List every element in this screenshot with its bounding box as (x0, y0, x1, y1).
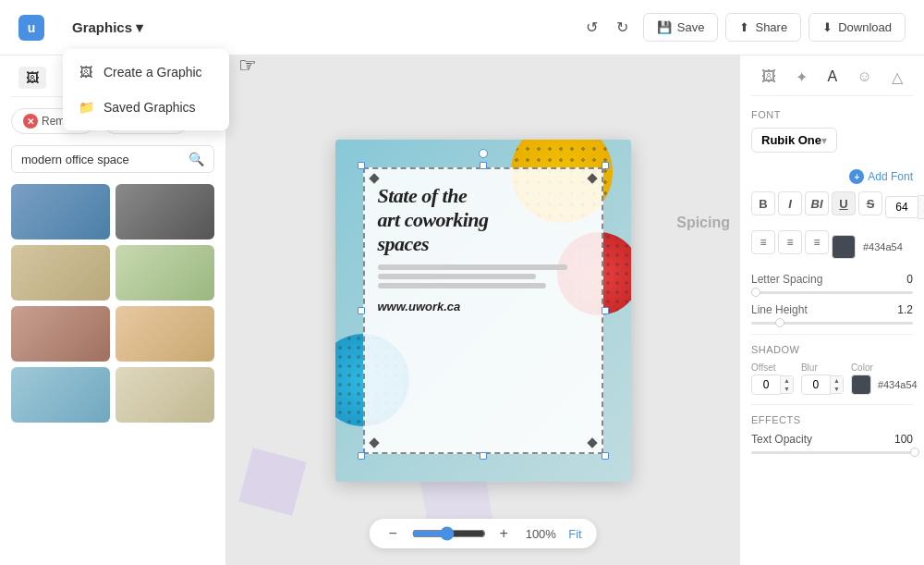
shadow-offset-up[interactable]: ▲ (781, 376, 793, 385)
align-right-button[interactable]: ≡ (805, 230, 829, 254)
zoom-percent: 100% (522, 527, 559, 541)
redo-button[interactable]: ↻ (609, 13, 636, 42)
shadow-blur-up[interactable]: ▲ (831, 376, 843, 385)
canvas-inner-box[interactable]: State of the art coworking spaces www.uw… (363, 167, 603, 454)
canvas-area: Spicing State of t (226, 55, 739, 565)
font-name: Rubik One (761, 133, 821, 147)
save-button[interactable]: 💾 Save (643, 13, 719, 42)
download-icon: ⬇ (822, 20, 833, 34)
add-font-button[interactable]: + Add Font (849, 169, 913, 184)
font-size-down[interactable]: ▼ (918, 207, 924, 218)
text-opacity-row: Text Opacity 100 (751, 433, 913, 446)
line-height-slider[interactable] (751, 322, 913, 325)
shadow-offset-down[interactable]: ▼ (781, 385, 793, 393)
list-item[interactable] (11, 367, 110, 423)
shadow-color-hex: #434a54 (878, 379, 918, 390)
right-panel-tabs: 🖼 ✦ A ☺ △ (751, 67, 913, 96)
create-graphic-item[interactable]: 🖼 Create a Graphic (63, 55, 229, 90)
letter-spacing-label: Letter Spacing (751, 273, 822, 286)
rp-tab-image[interactable]: 🖼 (756, 67, 782, 88)
text-color-swatch[interactable] (832, 235, 856, 259)
font-top-row: Rubik One ▾ (751, 128, 913, 162)
tab-image[interactable]: 🖼 (18, 67, 46, 89)
undo-button[interactable]: ↺ (578, 13, 605, 42)
list-item[interactable] (11, 245, 110, 301)
bold-italic-button[interactable]: BI (805, 191, 829, 215)
shadow-color-field: Color #434a54 (851, 362, 918, 395)
font-chevron-icon: ▾ (821, 134, 827, 147)
logo-icon: u (18, 15, 44, 41)
graphic-canvas[interactable]: State of the art coworking spaces www.uw… (335, 140, 631, 482)
divider-1 (751, 334, 913, 335)
font-size-field[interactable] (885, 196, 918, 218)
shadow-offset-value[interactable] (751, 375, 781, 395)
shadow-blur-field: Blur ▲ ▼ (801, 362, 844, 395)
text-opacity-slider[interactable] (751, 451, 913, 454)
italic-button[interactable]: I (778, 191, 802, 215)
letter-spacing-thumb (751, 288, 760, 297)
image-grid (11, 184, 214, 423)
graphics-menu-button[interactable]: Graphics ▾ (63, 14, 152, 42)
zoom-fit-button[interactable]: Fit (568, 527, 581, 541)
save-icon: 💾 (657, 20, 672, 34)
logo: u (18, 15, 44, 41)
topbar: u Graphics ▾ 🖼 Create a Graphic 📁 Saved … (0, 0, 924, 55)
shadow-blur-down[interactable]: ▼ (831, 385, 843, 393)
graphics-menu-wrapper: Graphics ▾ 🖼 Create a Graphic 📁 Saved Gr… (63, 14, 152, 42)
underline-button[interactable]: U (832, 191, 856, 215)
text-opacity-thumb (910, 448, 919, 457)
rp-tab-emoji[interactable]: ☺ (852, 67, 878, 88)
share-button[interactable]: ⬆ Share (725, 13, 801, 42)
corner-diamond-bl (369, 437, 379, 448)
canvas-line-1 (378, 264, 567, 270)
search-input[interactable] (21, 153, 188, 166)
align-buttons: ≡ ≡ ≡ (751, 230, 829, 254)
shadow-blur-value[interactable] (801, 375, 831, 395)
zoom-in-button[interactable]: + (494, 524, 513, 543)
download-button[interactable]: ⬇ Download (808, 13, 906, 42)
bg-decor-rect-bl (238, 448, 306, 515)
canvas-line-2 (378, 274, 536, 279)
canvas-line-3 (378, 283, 546, 289)
undo-redo-group: ↺ ↻ (578, 13, 636, 42)
line-height-value: 1.2 (897, 303, 913, 316)
bold-button[interactable]: B (751, 191, 775, 215)
section-shadow-label: Shadow (751, 344, 913, 355)
corner-diamond-tr (587, 173, 597, 183)
zoom-slider[interactable] (411, 526, 485, 541)
list-item[interactable] (11, 306, 110, 362)
list-item[interactable] (116, 306, 214, 362)
strikethrough-button[interactable]: S (858, 191, 882, 215)
align-center-button[interactable]: ≡ (778, 230, 802, 254)
letter-spacing-value: 0 (906, 273, 913, 286)
font-size-arrows: ▲ ▼ (918, 195, 924, 219)
text-opacity-value: 100 (894, 433, 913, 446)
line-height-label: Line Height (751, 303, 808, 316)
zoom-bar: − + 100% Fit (369, 519, 596, 548)
align-left-button[interactable]: ≡ (751, 230, 775, 254)
shadow-blur-label: Blur (801, 362, 844, 373)
line-height-row: Line Height 1.2 (751, 303, 913, 316)
rp-tab-star[interactable]: ✦ (790, 67, 813, 88)
list-item[interactable] (116, 245, 214, 301)
saved-graphics-item[interactable]: 📁 Saved Graphics (63, 90, 229, 125)
rp-tab-text[interactable]: A (821, 67, 843, 88)
list-item[interactable] (11, 184, 110, 240)
left-panel: 🖼 ✦ A ☺ △ ✕ Remove + Reposition 🔍 (0, 55, 226, 565)
color-row: #434a54 (832, 235, 903, 259)
rp-tab-shape[interactable]: △ (886, 67, 908, 88)
font-selector[interactable]: Rubik One ▾ (751, 128, 837, 153)
canvas-lines (378, 264, 589, 289)
corner-diamond-tl (369, 173, 379, 183)
letter-spacing-slider[interactable] (751, 291, 913, 294)
folder-icon: 📁 (78, 99, 94, 116)
list-item[interactable] (116, 184, 214, 240)
shadow-offset-label: Offset (751, 362, 794, 373)
text-opacity-label: Text Opacity (751, 433, 812, 446)
font-size-up[interactable]: ▲ (918, 196, 924, 207)
list-item[interactable] (116, 367, 214, 423)
zoom-out-button[interactable]: − (383, 524, 402, 543)
main-layout: 🖼 ✦ A ☺ △ ✕ Remove + Reposition 🔍 (0, 55, 924, 565)
remove-x-icon: ✕ (23, 114, 38, 129)
shadow-color-swatch[interactable] (851, 375, 871, 395)
